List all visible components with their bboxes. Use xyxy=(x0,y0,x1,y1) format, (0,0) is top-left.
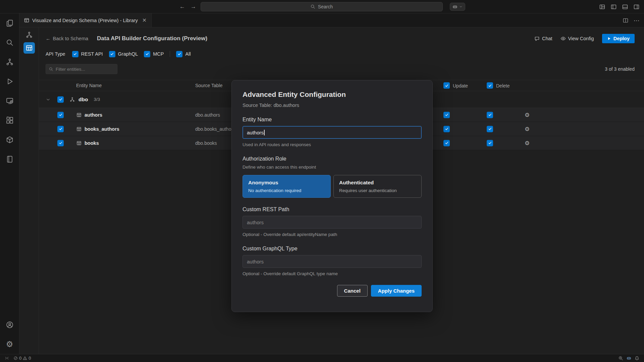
notebook-icon[interactable] xyxy=(0,149,19,169)
nav-back-icon[interactable]: ← xyxy=(179,3,185,10)
explorer-icon[interactable] xyxy=(0,13,19,33)
notifications-indicator[interactable] xyxy=(633,356,641,361)
row-settings-gear-icon[interactable]: ⚙ xyxy=(525,126,530,132)
copilot-menu-button[interactable] xyxy=(450,3,465,11)
delete-all-checkbox[interactable] xyxy=(487,82,493,89)
update-checkbox[interactable] xyxy=(443,140,450,146)
dialog-source-table: Source Table: dbo.authors xyxy=(243,103,422,108)
nav-forward-icon[interactable]: → xyxy=(191,3,196,10)
settings-gear-icon[interactable]: ⚙ xyxy=(0,335,19,354)
warning-count: 0 xyxy=(29,356,31,361)
play-icon xyxy=(607,37,611,41)
api-builder-view-icon-active[interactable] xyxy=(23,42,35,54)
chat-label: Chat xyxy=(542,36,552,41)
tab-close-icon[interactable]: ✕ xyxy=(142,17,147,23)
divider xyxy=(170,51,170,57)
activity-bar: ⚙ xyxy=(0,13,19,354)
copilot-status[interactable] xyxy=(625,356,633,361)
filter-entities-field[interactable] xyxy=(46,64,117,74)
toggle-secondary-sidebar-icon[interactable] xyxy=(634,4,639,10)
graphql-checkbox-item[interactable]: GraphQL xyxy=(109,51,138,57)
custom-graphql-type-label: Custom GraphQL Type xyxy=(243,246,422,252)
entity-source: dbo.books xyxy=(195,140,217,146)
bell-icon xyxy=(635,356,639,361)
all-checkbox-item[interactable]: All xyxy=(176,51,191,57)
col-source-table: Source Table xyxy=(195,83,222,88)
role-authenticated-title: Authenticated xyxy=(339,180,416,186)
custom-rest-path-helper: Optional - Override default api/entityNa… xyxy=(243,232,422,237)
zoom-indicator[interactable] xyxy=(617,356,625,361)
chat-button[interactable]: Chat xyxy=(534,36,552,41)
toggle-primary-sidebar-icon[interactable] xyxy=(611,4,616,10)
deploy-button[interactable]: Deploy xyxy=(602,34,635,43)
row-checkbox[interactable] xyxy=(57,112,64,118)
tab-bar: Visualize and Design Schema (Preview) - … xyxy=(19,13,644,27)
error-icon xyxy=(13,356,18,360)
delete-checkbox[interactable] xyxy=(487,140,493,146)
remote-monitor-icon[interactable] xyxy=(0,91,19,111)
dialog-title: Advanced Entity Configuration xyxy=(243,90,422,99)
back-arrow-icon: ← xyxy=(46,36,51,41)
rest-api-checkbox[interactable] xyxy=(72,51,78,57)
group-checkbox[interactable] xyxy=(57,96,64,103)
back-to-schema-link[interactable]: ← Back to Schema xyxy=(46,36,88,41)
role-card-authenticated[interactable]: Authenticated Requires user authenticati… xyxy=(333,175,422,198)
view-config-button[interactable]: View Config xyxy=(560,36,594,41)
delete-checkbox[interactable] xyxy=(487,112,493,118)
row-settings-gear-icon[interactable]: ⚙ xyxy=(525,140,530,146)
all-checkbox[interactable] xyxy=(176,51,182,57)
toggle-panel-icon[interactable] xyxy=(622,4,628,10)
graphql-label: GraphQL xyxy=(118,51,138,57)
remote-icon xyxy=(5,356,9,360)
schema-hierarchy-icon[interactable] xyxy=(0,52,19,72)
role-anonymous-subtitle: No authentication required xyxy=(248,188,325,193)
custom-rest-path-input[interactable] xyxy=(247,220,417,225)
entity-name-field[interactable]: authors xyxy=(243,126,422,139)
update-checkbox[interactable] xyxy=(443,126,450,132)
zoom-in-icon xyxy=(619,356,623,361)
row-checkbox[interactable] xyxy=(57,126,64,132)
schema-view-icon[interactable] xyxy=(26,32,33,38)
entity-name: books xyxy=(85,140,99,146)
deploy-label: Deploy xyxy=(613,36,630,41)
row-checkbox[interactable] xyxy=(57,140,64,146)
rest-api-checkbox-item[interactable]: REST API xyxy=(72,51,103,57)
api-type-filter-row: API Type REST API GraphQL MCP xyxy=(46,48,635,60)
run-debug-icon[interactable] xyxy=(0,72,19,91)
more-actions-icon[interactable]: ⋯ xyxy=(634,17,639,24)
command-center-search[interactable]: Search xyxy=(201,2,443,11)
filter-entities-input[interactable] xyxy=(56,67,114,72)
entity-name-label: Entity Name xyxy=(243,117,422,123)
tab-visualize-design-schema[interactable]: Visualize and Design Schema (Preview) - … xyxy=(19,13,152,27)
schema-designer-icon xyxy=(24,18,29,23)
row-settings-gear-icon[interactable]: ⚙ xyxy=(525,112,530,118)
customize-layout-icon[interactable] xyxy=(599,4,605,10)
update-all-checkbox[interactable] xyxy=(443,82,450,89)
split-editor-icon[interactable] xyxy=(623,18,628,23)
account-icon[interactable] xyxy=(0,315,19,335)
mcp-checkbox[interactable] xyxy=(144,51,150,57)
extensions-icon[interactable] xyxy=(0,111,19,130)
apply-changes-button[interactable]: Apply Changes xyxy=(371,285,422,297)
tab-title: Visualize and Design Schema (Preview) - … xyxy=(32,18,138,23)
mcp-checkbox-item[interactable]: MCP xyxy=(144,51,164,57)
page-title: Data API Builder Configuration (Preview) xyxy=(97,35,207,42)
advanced-entity-configuration-dialog: Advanced Entity Configuration Source Tab… xyxy=(231,80,433,312)
custom-graphql-type-helper: Optional - Override default GraphQL type… xyxy=(243,271,422,276)
entity-filter-row: 3 of 3 enabled xyxy=(46,64,635,74)
back-label: Back to Schema xyxy=(53,36,89,41)
group-collapse-chevron-icon[interactable] xyxy=(46,97,50,102)
text-caret xyxy=(264,130,265,135)
database-project-icon[interactable] xyxy=(0,130,19,149)
group-count: 3/3 xyxy=(94,97,100,102)
schema-icon xyxy=(70,97,75,102)
custom-graphql-type-input[interactable] xyxy=(247,259,417,264)
delete-checkbox[interactable] xyxy=(487,126,493,132)
problems-indicator[interactable]: 0 0 xyxy=(12,354,32,362)
role-card-anonymous[interactable]: Anonymous No authentication required xyxy=(243,175,331,198)
graphql-checkbox[interactable] xyxy=(109,51,115,57)
remote-indicator[interactable] xyxy=(3,354,10,362)
update-checkbox[interactable] xyxy=(443,112,450,118)
cancel-button[interactable]: Cancel xyxy=(337,285,368,297)
search-view-icon[interactable] xyxy=(0,33,19,52)
